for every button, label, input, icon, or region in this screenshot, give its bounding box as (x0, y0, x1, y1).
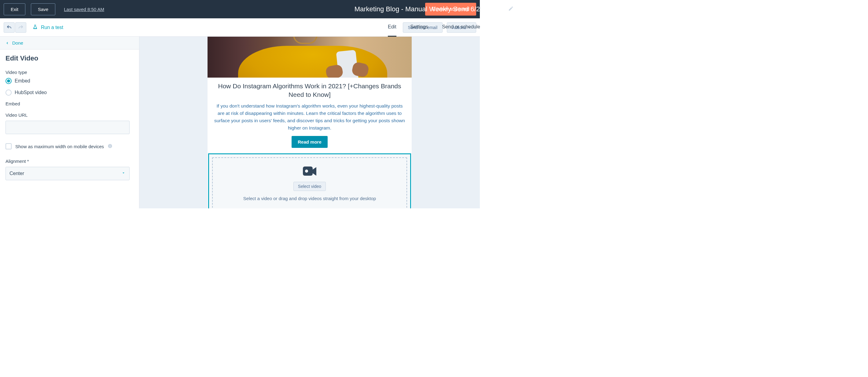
app-header: Exit Save Last saved 8:50 AM Marketing B… (0, 0, 480, 18)
embed-section-label: Embed (5, 101, 133, 106)
radio-embed[interactable]: Embed (5, 78, 133, 84)
save-button[interactable]: Save (31, 3, 55, 15)
alignment-value: Center (9, 171, 24, 176)
article-hero-image (208, 37, 412, 77)
radio-icon (5, 78, 11, 84)
radio-hubspot-label: HubSpot video (15, 90, 47, 95)
page-title: Marketing Blog - Manual Weekly Send 6/2 … (354, 5, 480, 13)
redo-button[interactable] (15, 22, 26, 33)
main-area: Done Edit Video Video type Embed HubSpot… (0, 37, 480, 208)
video-type-label: Video type (5, 70, 133, 75)
email-frame: How Do Instagram Algorithms Work in 2021… (208, 37, 412, 208)
alignment-select[interactable]: Center (5, 167, 130, 180)
header-left: Exit Save Last saved 8:50 AM (4, 3, 104, 15)
info-icon[interactable] (107, 144, 113, 149)
caret-down-icon (121, 171, 126, 176)
svg-point-4 (305, 169, 308, 172)
chevron-left-icon (5, 41, 9, 45)
panel-title: Edit Video (5, 54, 133, 62)
tab-settings[interactable]: Settings (410, 18, 428, 37)
page-title-wrap: Marketing Blog - Manual Weekly Send 6/2 … (354, 5, 480, 13)
svg-rect-1 (110, 146, 110, 147)
svg-rect-2 (110, 145, 110, 145)
video-icon (217, 165, 402, 178)
done-button[interactable]: Done (0, 37, 139, 50)
sub-header-left: Run a test (4, 22, 63, 33)
undo-icon (6, 25, 12, 30)
video-drop-zone[interactable]: Select video Select a video or drag and … (212, 157, 407, 208)
last-saved-link[interactable]: Last saved 8:50 AM (64, 7, 104, 12)
exit-button[interactable]: Exit (4, 3, 25, 15)
run-test-link[interactable]: Run a test (32, 24, 63, 31)
flask-icon (32, 24, 38, 31)
radio-embed-label: Embed (15, 78, 30, 84)
redo-icon (18, 25, 24, 30)
max-width-checkbox[interactable] (5, 143, 11, 149)
radio-icon (5, 90, 11, 96)
select-video-button[interactable]: Select video (293, 182, 326, 191)
alignment-label: Alignment * (5, 159, 133, 164)
article-title: How Do Instagram Algorithms Work in 2021… (214, 82, 406, 99)
undo-redo-group (4, 22, 26, 33)
sub-header: Run a test Edit Settings Send or schedul… (0, 18, 480, 37)
max-width-checkbox-row: Show as maximum width on mobile devices (5, 143, 133, 149)
preview-canvas[interactable]: How Do Instagram Algorithms Work in 2021… (140, 37, 480, 208)
video-url-label: Video URL (5, 113, 133, 118)
video-url-input[interactable] (5, 121, 130, 134)
alignment-select-wrap: Center (5, 167, 130, 180)
video-module-selected[interactable]: Select video Select a video or drag and … (208, 153, 411, 208)
radio-hubspot-video[interactable]: HubSpot video (5, 90, 133, 96)
video-drop-text: Select a video or drag and drop videos s… (217, 196, 402, 201)
max-width-checkbox-label: Show as maximum width on mobile devices (15, 144, 104, 149)
tab-edit[interactable]: Edit (388, 18, 396, 37)
run-test-label: Run a test (41, 25, 63, 30)
main-tabs: Edit Settings Send or schedule (388, 18, 480, 37)
tab-send-schedule[interactable]: Send or schedule (442, 18, 480, 37)
editor-sidebar: Done Edit Video Video type Embed HubSpot… (0, 37, 140, 208)
article-block: How Do Instagram Algorithms Work in 2021… (208, 77, 412, 153)
undo-button[interactable] (4, 22, 15, 33)
done-label: Done (12, 40, 23, 45)
read-more-button[interactable]: Read more (291, 136, 328, 148)
sidebar-body: Edit Video Video type Embed HubSpot vide… (0, 50, 139, 185)
article-description: If you don't understand how Instagram's … (214, 102, 406, 132)
